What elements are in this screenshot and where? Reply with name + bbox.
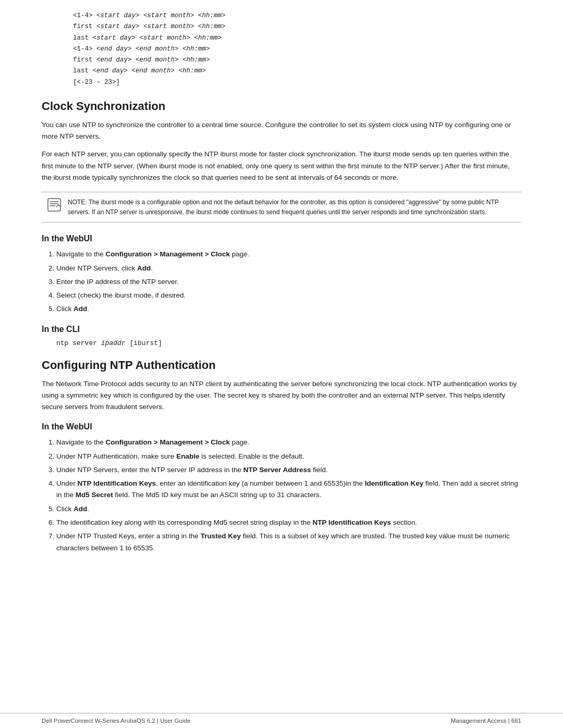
bold-add3: Add — [74, 505, 87, 513]
clock-sync-title: Clock Synchronization — [42, 100, 521, 113]
code-line-2: first <start day> <start month> <hh:mm> — [73, 21, 521, 32]
ntp-auth-para1: The Network Time Protocol adds security … — [42, 378, 521, 413]
bold-ntp-id-keys: NTP Identification Keys — [78, 479, 156, 487]
bold-nav2: Configuration > Management > Clock — [106, 438, 230, 446]
bold-add1: Add — [137, 264, 151, 272]
cli-code-italic: ipaddr — [101, 339, 126, 347]
cli1-subtitle: In the CLI — [42, 325, 521, 334]
code-line-6: last <end day> <end month> <hh:mm> — [73, 66, 521, 77]
bold-nav: Configuration > Management > Clock — [106, 250, 230, 258]
webui2-subtitle: In the WebUI — [42, 422, 521, 431]
webui1-subtitle: In the WebUI — [42, 234, 521, 243]
list-item: Under NTP Authentication, make sure Enab… — [56, 451, 521, 462]
code-line-7: [<-23 – 23>] — [73, 77, 521, 88]
list-item: Under NTP Servers, click Add. — [56, 263, 521, 274]
bold-add2: Add — [74, 305, 87, 313]
page-footer: Dell PowerConnect W-Series ArubaOS 6.2 |… — [0, 713, 563, 728]
code-line-1: <1-4> <start day> <start month> <hh:mm> — [73, 10, 521, 21]
footer-left: Dell PowerConnect W-Series ArubaOS 6.2 |… — [42, 718, 190, 724]
webui2-steps: Navigate to the Configuration > Manageme… — [42, 437, 521, 553]
bold-trusted-key: Trusted Key — [201, 532, 241, 540]
bold-id-key: Identification Key — [365, 479, 424, 487]
bold-md5-secret: Md5 Secret — [76, 491, 113, 499]
list-item: Enter the IP address of the NTP server. — [56, 276, 521, 288]
list-item: Navigate to the Configuration > Manageme… — [56, 249, 521, 260]
note-icon — [47, 198, 62, 212]
list-item: Under NTP Servers, enter the NTP server … — [56, 464, 521, 476]
code-block-top: <1-4> <start day> <start month> <hh:mm> … — [73, 10, 521, 88]
list-item: Click Add. — [56, 503, 521, 515]
footer-right: Management Access | 661 — [451, 718, 521, 724]
bold-ntp-addr: NTP Server Address — [243, 466, 311, 474]
ntp-auth-title: Configuring NTP Authentication — [42, 359, 521, 372]
clock-sync-para2: For each NTP server, you can optionally … — [42, 149, 521, 183]
clock-sync-para1: You can use NTP to synchronize the contr… — [42, 119, 521, 143]
webui1-steps: Navigate to the Configuration > Manageme… — [42, 249, 521, 315]
list-item: Navigate to the Configuration > Manageme… — [56, 437, 521, 448]
bold-enable: Enable — [176, 452, 199, 460]
code-line-3: last <start day> <start month> <hh:mm> — [73, 33, 521, 44]
list-item: Under NTP Identification Keys, enter an … — [56, 478, 521, 501]
note-text: NOTE: The iburst mode is a configurable … — [68, 198, 514, 217]
bold-ntp-id-keys2: NTP Identification Keys — [313, 519, 391, 526]
list-item: Under NTP Trusted Keys, enter a string i… — [56, 530, 521, 554]
list-item: The identification key along with its co… — [56, 517, 521, 528]
list-item: Select (check) the iburst mode, if desir… — [56, 290, 521, 301]
list-item: Click Add. — [56, 303, 521, 315]
code-line-5: first <end day> <end month> <hh:mm> — [73, 55, 521, 66]
code-line-4: <1-4> <end day> <end month> <hh:mm> — [73, 44, 521, 55]
note-box: NOTE: The iburst mode is a configurable … — [42, 192, 521, 223]
cli-code-block: ntp server ipaddr [iburst] — [56, 339, 521, 347]
